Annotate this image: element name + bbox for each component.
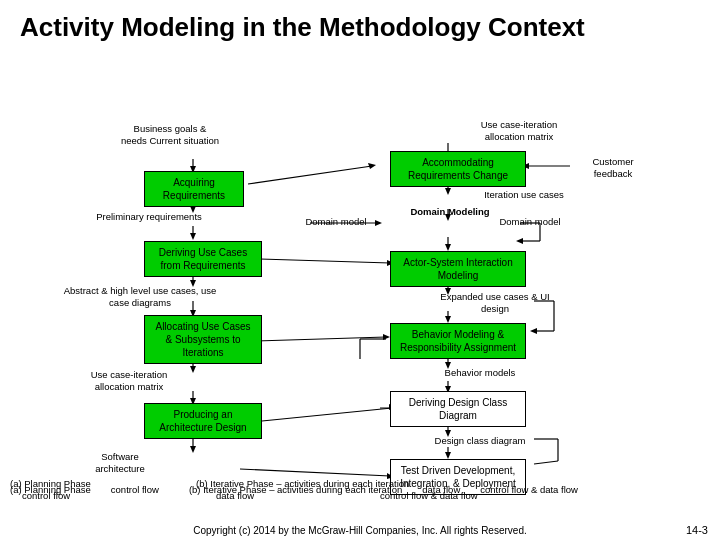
page-title: Activity Modeling in the Methodology Con… bbox=[0, 0, 720, 51]
iterative-phase-positioned: (b) Iterative Phase – activities during … bbox=[196, 478, 409, 489]
control-data-flow-label: control flow & data flow bbox=[480, 484, 578, 495]
svg-marker-11 bbox=[190, 366, 196, 373]
use-case-iteration-label-top: Use case-iteration allocation matrix bbox=[464, 119, 574, 144]
svg-line-41 bbox=[262, 408, 392, 421]
actor-system-box: Actor-System Interaction Modeling bbox=[390, 251, 526, 287]
customer-feedback-label: Customer feedback bbox=[578, 156, 648, 181]
footer: Copyright (c) 2014 by the McGraw-Hill Co… bbox=[0, 525, 720, 540]
svg-marker-26 bbox=[445, 316, 451, 323]
expanded-use-cases-label: Expanded use cases & UI design bbox=[440, 291, 550, 316]
domain-model-left-label: Domain model bbox=[296, 216, 376, 228]
behavior-modeling-box: Behavior Modeling & Responsibility Assig… bbox=[390, 323, 526, 359]
svg-line-39 bbox=[256, 337, 386, 341]
svg-marker-59 bbox=[530, 328, 537, 334]
business-goals-label: Business goals & needs Current situation bbox=[120, 123, 220, 148]
svg-marker-40 bbox=[383, 334, 390, 340]
control-data-flow-positioned: control flow & data flow bbox=[380, 490, 478, 501]
svg-line-43 bbox=[240, 469, 390, 476]
svg-line-62 bbox=[534, 461, 558, 464]
acquiring-requirements-box: Acquiring Requirements bbox=[144, 171, 244, 207]
behavior-models-label: Behavior models bbox=[430, 367, 530, 379]
use-case-iteration-label2: Use case-iteration allocation matrix bbox=[70, 369, 188, 394]
svg-line-37 bbox=[260, 259, 390, 263]
svg-line-35 bbox=[248, 166, 372, 184]
svg-marker-36 bbox=[368, 163, 376, 169]
iteration-use-cases-label: Iteration use cases bbox=[464, 189, 584, 201]
planning-phase-positioned: (a) Planning Phase bbox=[10, 478, 91, 489]
domain-model-right-label: Domain model bbox=[490, 216, 570, 228]
software-architecture-label: Software architecture bbox=[80, 451, 160, 476]
allocating-use-cases-box: Allocating Use Cases & Subsystems to Ite… bbox=[144, 315, 262, 364]
legend-control-flow: control flow bbox=[111, 484, 159, 495]
accommodating-requirements-box: Accommodating Requirements Change bbox=[390, 151, 526, 187]
deriving-design-class-box: Deriving Design Class Diagram bbox=[390, 391, 526, 427]
design-class-diagram-label: Design class diagram bbox=[430, 435, 530, 447]
legend-control-data-flow: control flow & data flow bbox=[480, 484, 578, 495]
preliminary-requirements-label: Preliminary requirements bbox=[84, 211, 214, 223]
svg-marker-34 bbox=[445, 452, 451, 459]
svg-marker-5 bbox=[190, 233, 196, 240]
producing-architecture-box: Producing an Architecture Design bbox=[144, 403, 262, 439]
svg-marker-55 bbox=[516, 238, 523, 244]
svg-marker-51 bbox=[375, 220, 382, 226]
control-flow-positioned: control flow bbox=[22, 490, 70, 501]
abstract-high-label: Abstract & high level use cases, use cas… bbox=[60, 285, 220, 310]
svg-marker-18 bbox=[445, 188, 451, 195]
slide-number: 14-3 bbox=[686, 524, 708, 536]
svg-marker-15 bbox=[190, 446, 196, 453]
control-flow-label: control flow bbox=[111, 484, 159, 495]
svg-marker-22 bbox=[445, 244, 451, 251]
data-flow-positioned: data flow bbox=[216, 490, 254, 501]
deriving-use-cases-box: Deriving Use Cases from Requirements bbox=[144, 241, 262, 277]
